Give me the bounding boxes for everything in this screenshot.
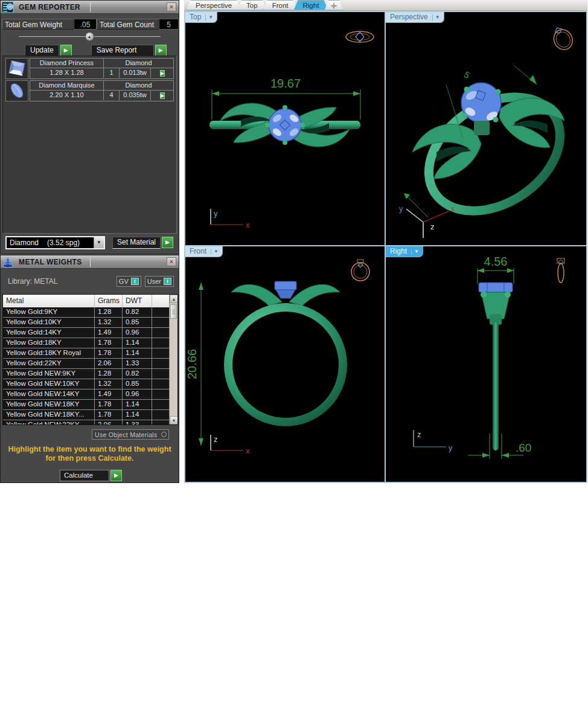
- tab-right[interactable]: Right: [293, 0, 328, 10]
- table-row[interactable]: Yellow Gold NEW:22KY2.061.33: [3, 420, 169, 425]
- update-button[interactable]: Update ▶: [25, 45, 72, 56]
- titlebar-divider: [90, 2, 91, 12]
- use-object-materials-control[interactable]: Use Object Materials: [92, 429, 169, 440]
- right-view-canvas: 4.56: [386, 246, 586, 482]
- gem-weight: 0.035tw: [120, 91, 151, 100]
- table-row[interactable]: Yellow Gold:18KY Royal1.781.14: [3, 348, 169, 359]
- calculate-arrow-icon[interactable]: ▶: [110, 470, 122, 481]
- gem-reporter-slider[interactable]: ▲: [19, 32, 161, 42]
- ring-thumbnail-icon: [549, 24, 576, 53]
- metal-weights-icon: [2, 256, 14, 268]
- metal-weights-close-icon[interactable]: ×: [167, 257, 176, 266]
- save-report-arrow-icon[interactable]: ▶: [155, 45, 167, 56]
- user-indicator-icon: I: [164, 278, 171, 285]
- gem-reporter-titlebar: GEM REPORTER ×: [1, 1, 179, 14]
- viewport-dropdown-icon[interactable]: ▼: [211, 249, 222, 255]
- gem-select-arrow-icon[interactable]: ▶: [160, 92, 165, 99]
- viewport-front[interactable]: Front ▼ 20.66: [185, 246, 385, 482]
- viewport-perspective-label[interactable]: Perspective ▼: [386, 12, 444, 23]
- gem-count: 4: [104, 91, 120, 100]
- axis-y-label: y: [449, 443, 453, 452]
- gem-name: Diamond Princess: [30, 59, 104, 68]
- side-panel-column: GEM REPORTER × Total Gem Weight .05 Tota…: [0, 0, 179, 483]
- save-report-button-label: Save Report: [91, 45, 154, 56]
- table-row[interactable]: Yellow Gold NEW:10KY1.320.85: [3, 379, 169, 389]
- tab-front[interactable]: Front: [263, 0, 298, 10]
- axis-x-label: x: [246, 446, 250, 455]
- gem-info-table: Diamond Marquise Diamond 2.20 X 1.10 4 0…: [30, 80, 174, 101]
- metal-table-body: Yellow Gold:9KY1.280.82 Yellow Gold:10KY…: [3, 307, 169, 425]
- tab-perspective[interactable]: Perspective: [187, 0, 241, 10]
- gem-row-marquise[interactable]: Diamond Marquise Diamond 2.20 X 1.10 4 0…: [5, 80, 174, 101]
- set-material-arrow-icon[interactable]: ▶: [162, 237, 173, 248]
- viewport-dropdown-icon[interactable]: ▼: [432, 14, 444, 21]
- column-metal: Metal: [3, 295, 95, 307]
- slider-thumb[interactable]: ▲: [85, 32, 94, 41]
- update-button-label: Update: [25, 45, 59, 56]
- gv-indicator-icon: I: [131, 278, 139, 285]
- viewport-top-label[interactable]: Top ▼: [185, 12, 217, 23]
- column-dwt: DWT: [123, 295, 152, 307]
- gem-reporter-title: GEM REPORTER: [19, 3, 80, 11]
- axis-y-label: y: [399, 204, 403, 213]
- user-label: User: [147, 278, 161, 285]
- viewport-dropdown-icon[interactable]: ▼: [411, 249, 423, 255]
- table-row[interactable]: Yellow Gold:14KY1.490.96: [3, 328, 169, 338]
- scroll-down-icon[interactable]: ▼: [170, 416, 178, 424]
- viewport-tab-bar: Perspective Top Front Right ✛: [184, 0, 587, 11]
- viewport-top[interactable]: Top ▼ 19.67: [185, 12, 385, 245]
- scroll-up-icon[interactable]: ▲: [170, 295, 178, 303]
- set-material-label: Set Material: [112, 237, 161, 249]
- gem-row-princess[interactable]: Diamond Princess Diamond 1.28 X 1.28 1 0…: [5, 58, 174, 79]
- table-row[interactable]: Yellow Gold NEW:14KY1.490.96: [3, 389, 169, 400]
- gem-totals-row: Total Gem Weight .05 Total Gem Count 5: [2, 19, 179, 30]
- viewport-area: Perspective Top Front Right ✛ Top ▼: [184, 0, 587, 483]
- material-dropdown[interactable]: Diamond (3.52 spg) ▼: [5, 236, 105, 249]
- viewport-grid: Top ▼ 19.67: [184, 11, 587, 483]
- metal-table: Metal Grams DWT Yellow Gold:9KY1.280.82 …: [2, 294, 178, 425]
- viewport-right[interactable]: Right ▼ 4.56: [386, 246, 586, 482]
- metal-table-header: Metal Grams DWT: [3, 295, 177, 307]
- svg-text:5: 5: [462, 69, 472, 81]
- front-view-canvas: 20.66 z x: [185, 246, 385, 482]
- table-row[interactable]: Yellow Gold:18KY1.781.14: [3, 338, 169, 348]
- axis-y-label: y: [214, 209, 218, 218]
- add-viewport-tab-icon[interactable]: ✛: [324, 0, 344, 10]
- dimension-top-width: 19.67: [270, 77, 301, 90]
- table-row[interactable]: Yellow Gold NEW:9KY1.280.82: [3, 369, 169, 379]
- metal-weights-title: METAL WEIGHTS: [19, 258, 82, 266]
- set-material-button[interactable]: Set Material ▶: [112, 237, 173, 249]
- table-row[interactable]: Yellow Gold NEW:18KY...1.781.14: [3, 410, 169, 420]
- gem-reporter-close-icon[interactable]: ×: [167, 2, 176, 11]
- viewport-front-label[interactable]: Front ▼: [185, 246, 223, 257]
- dimension-right-width: 4.56: [484, 255, 508, 268]
- table-row[interactable]: Yellow Gold:9KY1.280.82: [3, 307, 169, 318]
- gem-select-arrow-icon[interactable]: ▶: [160, 70, 165, 77]
- table-row[interactable]: Yellow Gold:22KY2.061.33: [3, 359, 169, 369]
- ring-thumbnail-icon: [557, 258, 564, 283]
- user-button[interactable]: User I: [145, 276, 174, 287]
- instruction-text: Highlight the item you want to find the …: [1, 445, 179, 463]
- metal-weights-panel: METAL WEIGHTS × Library: METAL GV I User…: [0, 255, 179, 483]
- viewport-dropdown-icon[interactable]: ▼: [205, 14, 217, 21]
- tab-top[interactable]: Top: [237, 0, 267, 10]
- update-arrow-icon[interactable]: ▶: [60, 45, 72, 56]
- gem-size: 2.20 X 1.10: [30, 91, 104, 100]
- viewport-perspective[interactable]: Perspective ▼: [386, 12, 586, 245]
- table-scrollbar[interactable]: ▲ ▼: [169, 295, 177, 424]
- scroll-thumb[interactable]: [170, 304, 177, 319]
- gv-button[interactable]: GV I: [117, 276, 141, 287]
- table-row[interactable]: Yellow Gold NEW:18KY1.781.14: [3, 400, 169, 410]
- table-row[interactable]: Yellow Gold:10KY1.320.85: [3, 318, 169, 328]
- titlebar-divider: [90, 257, 91, 267]
- calculate-button[interactable]: Calculate ▶: [60, 470, 122, 481]
- ring-thumbnail-icon: [351, 260, 369, 281]
- axis-z-label: z: [214, 435, 218, 444]
- material-name: Diamond: [10, 239, 39, 247]
- viewport-right-label[interactable]: Right ▼: [386, 246, 423, 257]
- radio-icon[interactable]: [161, 432, 167, 437]
- save-report-button[interactable]: Save Report ▶: [91, 45, 167, 56]
- axis-x-label: x: [451, 204, 455, 213]
- dropdown-arrow-icon[interactable]: ▼: [94, 237, 104, 248]
- gem-material: Diamond: [104, 81, 173, 90]
